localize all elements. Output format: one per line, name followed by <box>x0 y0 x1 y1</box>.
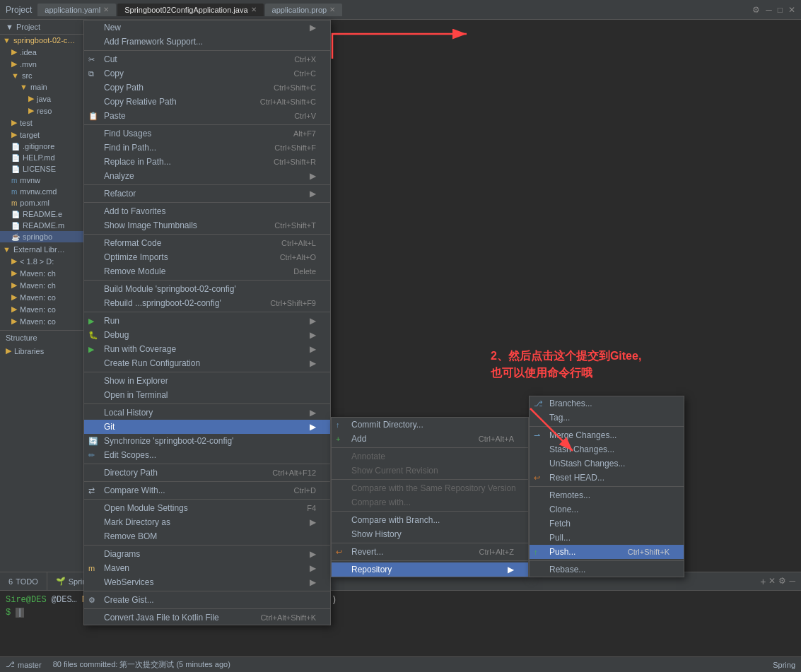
tab-java[interactable]: Springboot02ConfigApplication.java ✕ <box>117 4 263 16</box>
sidebar-item-maven2[interactable]: ▶ Maven: ch <box>0 279 91 291</box>
sidebar-item-test[interactable]: ▶ test <box>0 117 91 129</box>
menu-item-rebuild[interactable]: Rebuild ...springboot-02-config' Ctrl+Sh… <box>84 296 330 310</box>
menu-item-run[interactable]: ▶ Run ▶ <box>84 314 330 328</box>
sidebar-item-reso[interactable]: ▶ reso <box>0 105 91 117</box>
sidebar-item-maven5[interactable]: ▶ Maven: co <box>0 315 91 327</box>
git-menu-repository[interactable]: Repository ▶ <box>332 562 528 577</box>
git-action-pull[interactable]: Pull... <box>530 531 684 545</box>
git-action-rebase[interactable]: Rebase... <box>530 562 684 577</box>
add-terminal-button[interactable]: + <box>760 576 766 587</box>
menu-item-open-terminal[interactable]: Open in Terminal <box>84 388 330 402</box>
git-action-merge[interactable]: ⇀ Merge Changes... <box>530 428 684 442</box>
sidebar-item-pom[interactable]: m pom.xml <box>0 197 91 208</box>
git-menu-add[interactable]: + Add Ctrl+Alt+A <box>332 432 528 446</box>
menu-item-dir-path[interactable]: Directory Path Ctrl+Alt+F12 <box>84 466 330 480</box>
menu-item-debug[interactable]: 🐛 Debug ▶ <box>84 328 330 342</box>
project-root[interactable]: ▼ springboot-02-c… <box>0 35 91 46</box>
menu-item-show-image[interactable]: Show Image Thumbnails Ctrl+Shift+T <box>84 218 330 232</box>
menu-item-add-favorites[interactable]: Add to Favorites <box>84 204 330 218</box>
settings-terminal-icon[interactable]: ⚙ <box>778 576 786 587</box>
sidebar-item-idea[interactable]: ▶ .idea <box>0 46 91 58</box>
menu-item-local-history[interactable]: Local History ▶ <box>84 406 330 420</box>
minimize-terminal-icon[interactable]: ─ <box>789 576 795 587</box>
git-action-remotes[interactable]: Remotes... <box>530 488 684 502</box>
git-menu-revert[interactable]: ↩ Revert... Ctrl+Alt+Z <box>332 545 528 559</box>
sidebar-item-target[interactable]: ▶ target <box>0 129 91 141</box>
menu-item-convert-kotlin[interactable]: Convert Java File to Kotlin File Ctrl+Al… <box>84 611 330 625</box>
menu-item-find-usages[interactable]: Find Usages Alt+F7 <box>84 126 330 141</box>
sidebar-item-libraries[interactable]: ▶ Libraries <box>0 345 91 357</box>
sidebar-item-readme1[interactable]: 📄 README.e <box>0 208 91 220</box>
git-action-branches[interactable]: ⎇ Branches... <box>530 396 684 411</box>
sidebar-item-main[interactable]: ▼ main <box>0 81 91 93</box>
sidebar-item-jdk[interactable]: ▶ < 1.8 > D: <box>0 255 91 267</box>
menu-item-show-explorer[interactable]: Show in Explorer <box>84 374 330 388</box>
git-action-clone[interactable]: Clone... <box>530 502 684 517</box>
sidebar-item-mvn[interactable]: ▶ .mvn <box>0 58 91 70</box>
sidebar-item-external[interactable]: ▼ External Libr… <box>0 244 91 255</box>
sidebar-item-maven1[interactable]: ▶ Maven: ch <box>0 267 91 279</box>
menu-item-replace-path[interactable]: Replace in Path... Ctrl+Shift+R <box>84 155 330 169</box>
tab-prop[interactable]: application.prop ✕ <box>265 4 343 16</box>
menu-item-diagrams[interactable]: Diagrams ▶ <box>84 547 330 561</box>
menu-item-run-coverage[interactable]: ▶ Run with Coverage ▶ <box>84 342 330 356</box>
sidebar-item-src[interactable]: ▼ src <box>0 70 91 81</box>
git-action-fetch[interactable]: Fetch <box>530 517 684 531</box>
menu-item-add-framework[interactable]: Add Framework Support... <box>84 35 330 49</box>
menu-item-webservices[interactable]: WebServices ▶ <box>84 575 330 589</box>
maximize-icon[interactable]: □ <box>778 5 783 15</box>
tab-todo[interactable]: 6 TODO <box>0 572 47 590</box>
menu-item-synchronize[interactable]: 🔄 Synchronize 'springboot-02-config' <box>84 434 330 448</box>
menu-item-cut[interactable]: ✂ Cut Ctrl+X <box>84 52 330 66</box>
menu-item-new[interactable]: New ▶ <box>84 20 330 35</box>
git-menu-compare-repo[interactable]: Compare with the Same Repository Version <box>332 481 528 495</box>
menu-item-refactor[interactable]: Refactor ▶ <box>84 187 330 201</box>
git-menu-show-revision[interactable]: Show Current Revision <box>332 464 528 478</box>
menu-item-create-run[interactable]: Create Run Configuration ▶ <box>84 356 330 370</box>
git-action-tag[interactable]: Tag... <box>530 411 684 425</box>
close-icon[interactable]: ✕ <box>103 6 109 13</box>
menu-item-optimize[interactable]: Optimize Imports Ctrl+Alt+O <box>84 250 330 264</box>
sidebar-item-readme2[interactable]: 📄 README.m <box>0 220 91 231</box>
menu-item-remove-module[interactable]: Remove Module Delete <box>84 264 330 278</box>
sidebar-item-maven4[interactable]: ▶ Maven: co <box>0 303 91 315</box>
menu-item-compare[interactable]: ⇄ Compare With... Ctrl+D <box>84 483 330 497</box>
minimize-icon[interactable]: ─ <box>766 5 772 15</box>
sidebar-item-gitignore[interactable]: 📄 .gitignore <box>0 141 91 152</box>
menu-item-copy-path[interactable]: Copy Path Ctrl+Shift+C <box>84 81 330 95</box>
git-menu-show-history[interactable]: Show History <box>332 527 528 541</box>
sidebar-item-springbo[interactable]: ☕ springbo <box>0 231 91 242</box>
sidebar-item-help[interactable]: 📄 HELP.md <box>0 152 91 163</box>
menu-item-open-module[interactable]: Open Module Settings F4 <box>84 501 330 515</box>
menu-item-copy[interactable]: ⧉ Copy Ctrl+C <box>84 66 330 81</box>
menu-item-maven[interactable]: m Maven ▶ <box>84 561 330 575</box>
git-menu-compare-with[interactable]: Compare with... <box>332 495 528 509</box>
git-menu-compare-branch[interactable]: Compare with Branch... <box>332 513 528 527</box>
menu-item-reformat[interactable]: Reformat Code Ctrl+Alt+L <box>84 236 330 250</box>
close-icon[interactable]: ✕ <box>251 6 257 13</box>
close-window-icon[interactable]: ✕ <box>788 5 795 15</box>
git-menu-commit[interactable]: ↑ Commit Directory... <box>332 418 528 432</box>
sidebar-item-maven3[interactable]: ▶ Maven: co <box>0 291 91 303</box>
menu-item-analyze[interactable]: Analyze ▶ <box>84 169 330 183</box>
menu-item-git[interactable]: Git ▶ <box>84 420 330 434</box>
git-action-reset[interactable]: ↩ Reset HEAD... <box>530 471 684 485</box>
git-action-stash[interactable]: Stash Changes... <box>530 442 684 456</box>
menu-item-remove-bom[interactable]: Remove BOM <box>84 529 330 543</box>
sidebar-item-java[interactable]: ▶ java <box>0 93 91 105</box>
close-icon[interactable]: ✕ <box>329 6 335 13</box>
settings-icon[interactable]: ⚙ <box>752 5 760 15</box>
menu-item-paste[interactable]: 📋 Paste Ctrl+V <box>84 109 330 123</box>
sidebar-item-mvnwcmd[interactable]: m mvnw.cmd <box>0 186 91 197</box>
close-terminal-button[interactable]: ✕ <box>768 576 776 587</box>
sidebar-item-mvnw[interactable]: m mvnw <box>0 175 91 186</box>
menu-item-build-module[interactable]: Build Module 'springboot-02-config' <box>84 282 330 296</box>
menu-item-create-gist[interactable]: ⚙ Create Gist... <box>84 593 330 607</box>
menu-item-copy-relative[interactable]: Copy Relative Path Ctrl+Alt+Shift+C <box>84 95 330 109</box>
menu-item-edit-scopes[interactable]: ✏ Edit Scopes... <box>84 448 330 462</box>
tab-yaml[interactable]: application.yaml ✕ <box>37 4 116 16</box>
git-action-push[interactable]: ↑ Push... Ctrl+Shift+K <box>530 545 684 559</box>
git-menu-annotate[interactable]: Annotate <box>332 449 528 464</box>
menu-item-find-path[interactable]: Find in Path... Ctrl+Shift+F <box>84 141 330 155</box>
menu-item-mark-dir[interactable]: Mark Directory as ▶ <box>84 515 330 529</box>
